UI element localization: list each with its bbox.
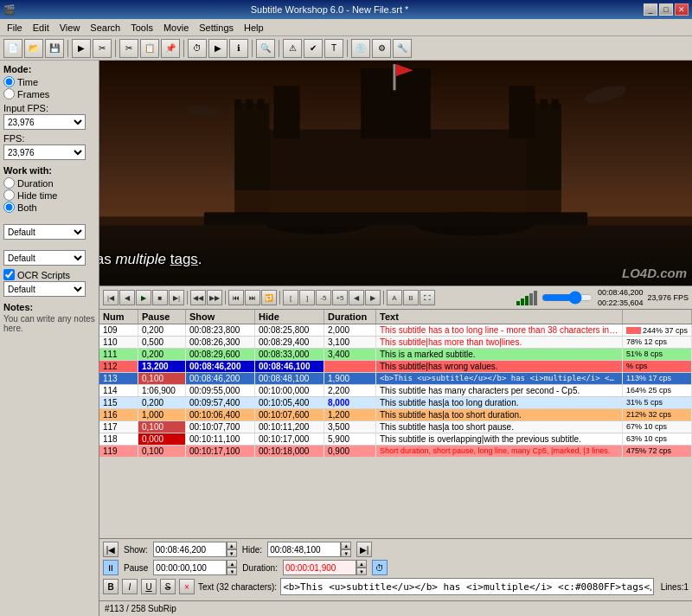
vc-back1[interactable]: ◀ bbox=[349, 290, 364, 305]
default1-select[interactable]: Default bbox=[3, 224, 86, 240]
mode-frames-radio[interactable] bbox=[3, 88, 15, 99]
tb-info[interactable]: ℹ bbox=[229, 39, 248, 58]
hide-up[interactable]: ▲ bbox=[341, 542, 351, 549]
tb-play[interactable]: ▶ bbox=[208, 39, 227, 58]
table-row[interactable]: 117 0,100 00:10:07,700 00:10:11,200 3,50… bbox=[99, 421, 692, 433]
vc-prev[interactable]: ◀ bbox=[119, 290, 135, 305]
vc-prev2[interactable]: ◀◀ bbox=[190, 290, 206, 305]
vc-b[interactable]: B bbox=[403, 290, 419, 305]
table-row[interactable]: 111 0,200 00:08:29,600 00:08:33,000 3,40… bbox=[99, 349, 692, 361]
input-fps-select[interactable]: 23,976 bbox=[3, 114, 86, 130]
table-row[interactable]: 119 0,100 00:10:17,100 00:10:18,000 0,90… bbox=[99, 446, 692, 458]
show-down[interactable]: ▼ bbox=[227, 549, 237, 557]
tb-cut[interactable]: ✂ bbox=[119, 39, 138, 58]
tb-check[interactable]: ✔ bbox=[304, 39, 323, 58]
tb-export[interactable]: 💿 bbox=[351, 39, 370, 58]
tb-settings[interactable]: ⚙ bbox=[372, 39, 391, 58]
underline-button[interactable]: U bbox=[141, 579, 157, 594]
show-up[interactable]: ▲ bbox=[227, 542, 237, 549]
vc-full[interactable]: ⛶ bbox=[420, 290, 435, 305]
work-duration-radio[interactable] bbox=[3, 177, 15, 189]
duration-up[interactable]: ▲ bbox=[356, 560, 367, 568]
new-button[interactable]: 📄 bbox=[3, 39, 22, 58]
vc-sub-prev[interactable]: ⏮ bbox=[228, 290, 244, 305]
tb-spell[interactable]: T bbox=[324, 39, 343, 58]
menu-file[interactable]: File bbox=[2, 22, 28, 34]
open-button[interactable]: 📂 bbox=[24, 39, 43, 58]
work-both-radio[interactable] bbox=[3, 202, 15, 213]
menu-view[interactable]: View bbox=[54, 22, 86, 34]
menu-search[interactable]: Search bbox=[85, 22, 125, 34]
default3-select[interactable]: Default bbox=[3, 281, 86, 297]
delete-format-button[interactable]: × bbox=[179, 579, 195, 594]
tb-warn[interactable]: ⚠ bbox=[283, 39, 302, 58]
th-hide[interactable]: Hide bbox=[255, 310, 324, 324]
tb-search[interactable]: 🔍 bbox=[256, 39, 275, 58]
table-row[interactable]: 109 0,200 00:08:23,800 00:08:25,800 2,00… bbox=[99, 324, 692, 337]
vc-back5[interactable]: -5 bbox=[316, 290, 331, 305]
save-button[interactable]: 💾 bbox=[45, 39, 64, 58]
vc-prev-start[interactable]: |◀ bbox=[103, 290, 119, 305]
vc-fwd5[interactable]: +5 bbox=[332, 290, 348, 305]
mode-time-radio[interactable] bbox=[3, 76, 15, 87]
menu-tools[interactable]: Tools bbox=[125, 22, 158, 34]
pause-down[interactable]: ▼ bbox=[227, 568, 237, 575]
text-editor-input[interactable]: <b>This <u>subtitle</u></b> has <i>multi… bbox=[280, 578, 654, 595]
close-button[interactable]: ✕ bbox=[675, 3, 689, 16]
table-row[interactable]: 118 0,000 00:10:11,100 00:10:17,000 5,90… bbox=[99, 433, 692, 446]
menu-movie[interactable]: Movie bbox=[158, 22, 194, 34]
duration-down[interactable]: ▼ bbox=[356, 568, 367, 575]
vc-sub-next[interactable]: ⏭ bbox=[245, 290, 260, 305]
ocr-scripts-checkbox[interactable] bbox=[3, 269, 15, 280]
table-row[interactable]: 115 0,200 00:09:57,400 00:10:05,400 8,00… bbox=[99, 397, 692, 409]
pause-icon-button[interactable]: ⏸ bbox=[103, 560, 119, 575]
th-cps[interactable] bbox=[623, 310, 692, 324]
duration-icon-button[interactable]: ⏱ bbox=[372, 560, 388, 575]
show-input[interactable]: 00:08:46,200 bbox=[153, 542, 227, 557]
prev-sub-button[interactable]: |◀ bbox=[103, 542, 119, 557]
tb-misc[interactable]: 🔧 bbox=[393, 39, 412, 58]
italic-button[interactable]: I bbox=[122, 579, 138, 594]
pause-input[interactable]: 00:00:00,100 bbox=[153, 560, 227, 575]
menu-help[interactable]: Help bbox=[239, 22, 269, 34]
vc-mark-start[interactable]: [ bbox=[283, 290, 298, 305]
vc-next2[interactable]: ▶▶ bbox=[207, 290, 222, 305]
menu-edit[interactable]: Edit bbox=[28, 22, 54, 34]
fps-select[interactable]: 23,976 bbox=[3, 144, 86, 160]
hide-input[interactable]: 00:08:48,100 bbox=[267, 542, 341, 557]
table-row[interactable]: 112 13,200 00:08:46,200 00:08:46,100 Thi… bbox=[99, 361, 692, 373]
pause-up[interactable]: ▲ bbox=[227, 560, 237, 568]
th-text[interactable]: Text bbox=[376, 310, 623, 324]
maximize-button[interactable]: □ bbox=[659, 3, 673, 16]
tb-paste[interactable]: 📌 bbox=[161, 39, 180, 58]
tb-btn3[interactable]: ✂ bbox=[93, 39, 112, 58]
tb-clock[interactable]: ⏱ bbox=[188, 39, 207, 58]
default2-select[interactable]: Default bbox=[3, 250, 86, 266]
tb-btn2[interactable]: ▶ bbox=[72, 39, 91, 58]
vc-fwd1[interactable]: ▶ bbox=[365, 290, 381, 305]
th-duration[interactable]: Duration bbox=[324, 310, 376, 324]
vc-play[interactable]: ▶ bbox=[136, 290, 151, 305]
th-num[interactable]: Num bbox=[99, 310, 138, 324]
vc-loop[interactable]: 🔁 bbox=[261, 290, 277, 305]
strikethrough-button[interactable]: S bbox=[160, 579, 176, 594]
bold-button[interactable]: B bbox=[103, 579, 119, 594]
next-sub-button[interactable]: ▶| bbox=[356, 542, 372, 557]
volume-slider[interactable] bbox=[541, 292, 593, 303]
table-row[interactable]: 114 1:06,900 00:09:55,000 00:10:00,000 2… bbox=[99, 385, 692, 397]
duration-input[interactable]: 00:00:01,900 bbox=[283, 560, 356, 575]
th-pause[interactable]: Pause bbox=[138, 310, 186, 324]
vc-next[interactable]: ▶| bbox=[169, 290, 184, 305]
minimize-button[interactable]: _ bbox=[644, 3, 657, 16]
table-row[interactable]: 113 0,100 00:08:46,200 00:08:48,100 1,90… bbox=[99, 373, 692, 385]
video-area[interactable]: This subtitle has multiple tags. LO4D.co… bbox=[99, 61, 692, 286]
th-show[interactable]: Show bbox=[186, 310, 255, 324]
work-hide-radio[interactable] bbox=[3, 189, 15, 201]
table-row[interactable]: 116 1,000 00:10:06,400 00:10:07,600 1,20… bbox=[99, 409, 692, 421]
tb-copy[interactable]: 📋 bbox=[140, 39, 159, 58]
menu-settings[interactable]: Settings bbox=[194, 22, 239, 34]
table-row[interactable]: 110 0,500 00:08:26,300 00:08:29,400 3,10… bbox=[99, 337, 692, 349]
hide-down[interactable]: ▼ bbox=[341, 549, 351, 557]
vc-mark-end[interactable]: ] bbox=[299, 290, 315, 305]
vc-ab[interactable]: A bbox=[387, 290, 402, 305]
